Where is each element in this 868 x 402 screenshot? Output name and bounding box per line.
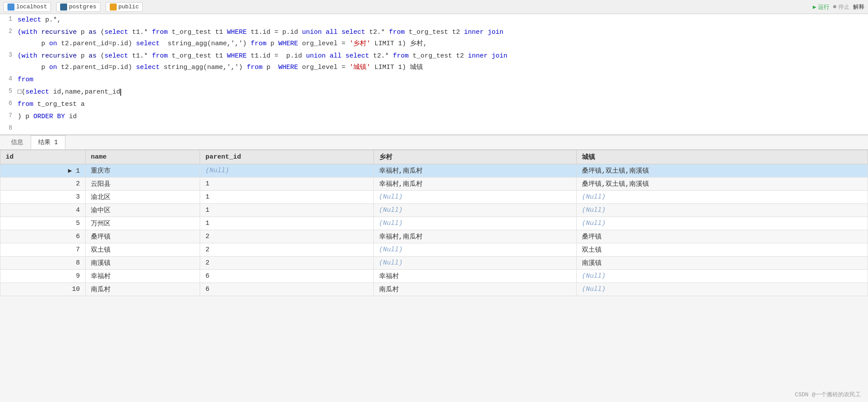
line-num-4: 4 <box>0 74 18 82</box>
cell-parent-id: 6 <box>200 270 373 283</box>
cell-xiangcun: (Null) <box>373 257 577 270</box>
schema-label: public <box>118 4 139 10</box>
row-indicator: 4 <box>0 204 86 217</box>
table-row[interactable]: 8南溪镇2(Null)南溪镇 <box>0 257 868 270</box>
db-selector[interactable]: localhost <box>4 2 51 12</box>
cell-name: 万州区 <box>86 217 200 230</box>
pg-icon <box>60 4 67 11</box>
line-content-1: select p.*, <box>18 14 868 26</box>
row-indicator: 6 <box>0 230 86 243</box>
cell-parent-id: 1 <box>200 177 373 191</box>
row-indicator: 7 <box>0 243 86 257</box>
line-content-2: (with recursive p as (select t1.* from t… <box>18 27 868 50</box>
play-icon: ▶ <box>813 4 816 11</box>
col-header-chengzhen: 城镇 <box>577 150 868 164</box>
tab-result1[interactable]: 结果 1 <box>31 135 65 149</box>
pg-label: postgres <box>69 4 96 10</box>
line-content-5: □(select id,name,parent_id <box>18 87 868 98</box>
row-indicator: 2 <box>0 177 86 191</box>
cell-chengzhen: (Null) <box>577 204 868 217</box>
cell-chengzhen: 桑坪镇,双土镇,南溪镇 <box>577 164 868 177</box>
cell-chengzhen: 桑坪镇 <box>577 230 868 243</box>
schema-icon <box>110 4 117 11</box>
line-content-4: from <box>18 74 868 86</box>
cell-xiangcun: 幸福村,南瓜村 <box>373 230 577 243</box>
pg-selector[interactable]: postgres <box>56 2 100 12</box>
cell-chengzhen: (Null) <box>577 270 868 283</box>
db-icon <box>7 4 14 11</box>
cell-parent-id: 6 <box>200 283 373 296</box>
line-content-7: ) p ORDER BY id <box>18 111 868 123</box>
row-indicator: 5 <box>0 217 86 230</box>
table-row[interactable]: 10南瓜村6南瓜村(Null) <box>0 283 868 296</box>
table-header-row: id name parent_id 乡村 城镇 <box>0 150 868 164</box>
cell-name: 云阳县 <box>86 177 200 191</box>
code-line-4: 4 from <box>0 74 868 86</box>
table-row[interactable]: 6桑坪镇2幸福村,南瓜村桑坪镇 <box>0 230 868 243</box>
table-row[interactable]: ▶ 1重庆市(Null)幸福村,南瓜村桑坪镇,双土镇,南溪镇 <box>0 164 868 177</box>
explain-label: 解释 <box>853 3 864 11</box>
action-buttons: ▶ 运行 ■ 停止 解释 <box>813 3 864 11</box>
row-indicator: 3 <box>0 191 86 204</box>
line-num-5: 5 <box>0 87 18 94</box>
col-header-name: name <box>86 150 200 164</box>
code-line-8: 8 <box>0 123 868 134</box>
editor-area[interactable]: 1 select p.*, 2 (with recursive p as (se… <box>0 14 868 135</box>
code-line-7: 7 ) p ORDER BY id <box>0 111 868 123</box>
stop-button[interactable]: ■ 停止 <box>833 3 850 11</box>
cell-xiangcun: (Null) <box>373 191 577 204</box>
code-line-1: 1 select p.*, <box>0 14 868 26</box>
stop-icon: ■ <box>833 4 836 10</box>
line-content-6: from t_org_test a <box>18 99 868 110</box>
table-row[interactable]: 2云阳县1幸福村,南瓜村桑坪镇,双土镇,南溪镇 <box>0 177 868 191</box>
code-line-5: 5 □(select id,name,parent_id <box>0 86 868 98</box>
top-bar: localhost postgres public ▶ 运行 ■ 停止 解释 <box>0 0 868 14</box>
cell-parent-id: 1 <box>200 217 373 230</box>
code-line-3: 3 (with recursive p as (select t1.* from… <box>0 50 868 74</box>
cell-chengzhen: 桑坪镇,双土镇,南溪镇 <box>577 177 868 191</box>
code-line-6: 6 from t_org_test a <box>0 98 868 111</box>
table-row[interactable]: 3渝北区1(Null)(Null) <box>0 191 868 204</box>
schema-selector[interactable]: public <box>106 2 143 12</box>
line-num-2: 2 <box>0 27 18 35</box>
col-header-id: id <box>0 150 86 164</box>
db-label: localhost <box>16 4 47 10</box>
line-num-7: 7 <box>0 111 18 119</box>
row-indicator: 8 <box>0 257 86 270</box>
table-row[interactable]: 7双土镇2(Null)双土镇 <box>0 243 868 257</box>
cell-name: 渝北区 <box>86 191 200 204</box>
line-content-3: (with recursive p as (select t1.* from t… <box>18 51 868 73</box>
line-num-3: 3 <box>0 51 18 58</box>
col-header-parent-id: parent_id <box>200 150 373 164</box>
explain-button[interactable]: 解释 <box>853 3 864 11</box>
results-table: id name parent_id 乡村 城镇 ▶ 1重庆市(Null)幸福村,… <box>0 150 868 296</box>
cell-name: 渝中区 <box>86 204 200 217</box>
code-line-2: 2 (with recursive p as (select t1.* from… <box>0 26 868 50</box>
table-row[interactable]: 4渝中区1(Null)(Null) <box>0 204 868 217</box>
line-num-6: 6 <box>0 99 18 107</box>
cell-xiangcun: 幸福村,南瓜村 <box>373 177 577 191</box>
run-button[interactable]: ▶ 运行 <box>813 3 829 11</box>
row-indicator: ▶ 1 <box>0 164 86 177</box>
line-num-8: 8 <box>0 123 18 131</box>
cell-chengzhen: 双土镇 <box>577 243 868 257</box>
tab-info[interactable]: 信息 <box>4 135 31 149</box>
cell-parent-id: 2 <box>200 243 373 257</box>
cell-name: 南瓜村 <box>86 283 200 296</box>
line-num-1: 1 <box>0 14 18 22</box>
cell-name: 重庆市 <box>86 164 200 177</box>
code-lines: 1 select p.*, 2 (with recursive p as (se… <box>0 14 868 134</box>
cell-name: 南溪镇 <box>86 257 200 270</box>
results-area: id name parent_id 乡村 城镇 ▶ 1重庆市(Null)幸福村,… <box>0 150 868 296</box>
table-row[interactable]: 5万州区1(Null)(Null) <box>0 217 868 230</box>
table-row[interactable]: 9幸福村6幸福村(Null) <box>0 270 868 283</box>
row-indicator: 10 <box>0 283 86 296</box>
cell-xiangcun: 幸福村 <box>373 270 577 283</box>
cell-xiangcun: (Null) <box>373 204 577 217</box>
stop-label: 停止 <box>838 3 850 11</box>
cell-name: 桑坪镇 <box>86 230 200 243</box>
tabs-area: 信息 结果 1 <box>0 135 868 150</box>
cell-chengzhen: (Null) <box>577 217 868 230</box>
cell-name: 幸福村 <box>86 270 200 283</box>
cell-xiangcun: 南瓜村 <box>373 283 577 296</box>
